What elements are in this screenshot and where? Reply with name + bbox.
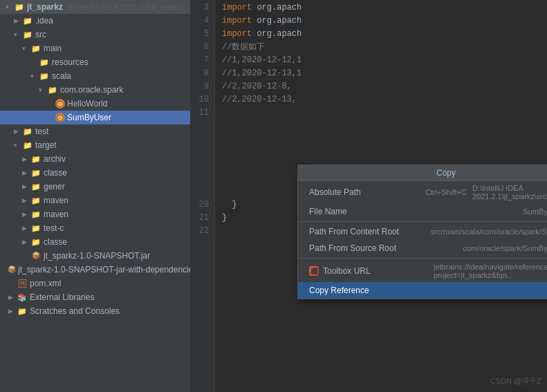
resources-folder-icon: 📁 [39, 57, 50, 68]
tree-maven[interactable]: ▶ 📁 maven [0, 194, 190, 207]
tree-sumbyuser[interactable]: ▶ O SumByUser [0, 111, 190, 124]
maven-arrow: ▶ [22, 197, 30, 204]
content-root-value: src/main/scala/com/oracle/spark/SumByUse… [431, 227, 547, 236]
scala-folder-icon: 📁 [39, 71, 50, 82]
menu-item-content-root[interactable]: Path From Content Root src/main/scala/co… [298, 223, 547, 240]
toolbox-url-value: jetbrains://idea/navigate/reference?proj… [434, 263, 547, 279]
resources-label: resources [52, 57, 89, 67]
line-num-9: 9 [196, 80, 209, 93]
archiv-arrow: ▶ [22, 156, 30, 162]
test-c-folder-icon: 📁 [30, 223, 41, 234]
line-num-22: 22 [196, 225, 209, 238]
tree-archiv[interactable]: ▶ 📁 archiv [0, 152, 190, 166]
code-line-blank3 [222, 146, 540, 159]
tree-jar2[interactable]: ▶ 📦 jt_sparkz-1.0-SNAPSHOT-jar-with-depe… [0, 263, 190, 277]
tree-classe2[interactable]: ▶ 📁 classe [0, 235, 190, 249]
helloworld-label: HelloWorld [67, 99, 107, 109]
archiv-label: archiv [44, 154, 66, 164]
code-line-8: //1,2020-12-13,1 [222, 67, 540, 80]
line-num-blank2 [196, 133, 209, 146]
line-num-8: 8 [196, 67, 209, 80]
root-arrow: ▾ [6, 3, 14, 10]
main-arrow: ▾ [22, 45, 30, 52]
source-root-value: com/oracle/spark/SumByUser.scala [463, 244, 547, 252]
absolute-path-shortcut: Ctrl+Shift+C [425, 188, 467, 196]
ext-libs-arrow: ▶ [8, 294, 17, 301]
code-line-9: //2,2020-12-8, [222, 80, 540, 93]
maven-folder-icon: 📁 [30, 195, 41, 206]
tree-maven2[interactable]: ▶ 📁 maven [0, 207, 190, 221]
tree-scratch[interactable]: ▶ 📁 Scratches and Consoles [0, 304, 190, 318]
tree-main[interactable]: ▾ 📁 main [0, 41, 190, 55]
tree-package[interactable]: ▾ 📁 com.oracle.spark [0, 83, 190, 97]
file-tree: ▾ 📁 jt_sparkz D:\IntelliJ IDEA 2021.2.1\… [0, 0, 190, 392]
src-label: src [35, 30, 46, 39]
test-arrow: ▶ [14, 128, 22, 135]
line-num-10: 10 [196, 93, 209, 106]
pom-label: pom.xml [30, 279, 61, 288]
line-numbers: 3 4 5 6 7 8 9 10 11 20 21 [190, 0, 215, 392]
target-folder-icon: 📁 [22, 140, 33, 151]
test-folder-icon: 📁 [22, 126, 33, 137]
classe-arrow: ▶ [22, 169, 30, 176]
archiv-folder-icon: 📁 [30, 153, 41, 165]
editor-wrapper: 3 4 5 6 7 8 9 10 11 20 21 [190, 0, 547, 392]
copy-reference-label: Copy Reference [309, 286, 420, 295]
maven-label: maven [44, 196, 68, 205]
tree-resources[interactable]: ▶ 📁 resources [0, 55, 190, 69]
context-menu: Copy Absolute Path Ctrl+Shift+C D:\Intel… [297, 165, 547, 299]
idea-folder-icon: 📁 [22, 15, 33, 26]
tree-gener[interactable]: ▶ 📁 gener [0, 180, 190, 194]
content-root-label: Path From Content Root [309, 227, 420, 236]
code-line-7: //1,2020-12-12,1 [222, 54, 540, 67]
package-folder-icon: 📁 [47, 84, 58, 95]
tree-pom[interactable]: ▶ 🄼 pom.xml [0, 277, 190, 290]
tree-src[interactable]: ▾ 📁 src [0, 28, 190, 41]
code-line-blank1 [222, 120, 540, 133]
classe2-label: classe [44, 237, 67, 247]
menu-header: Copy [298, 165, 547, 181]
tree-test[interactable]: ▶ 📁 test [0, 124, 190, 138]
toolbox-url-label: Toolbox URL [323, 266, 434, 276]
menu-item-file-name[interactable]: File Name SumByUser.scala [298, 203, 547, 220]
scala-arrow: ▾ [30, 73, 39, 80]
helloworld-icon: O [55, 99, 65, 109]
tree-test-c[interactable]: ▶ 📁 test-c [0, 221, 190, 235]
target-label: target [35, 140, 57, 150]
toolbox-icon: ⬛ [309, 266, 319, 276]
src-arrow: ▾ [14, 31, 22, 38]
tree-idea[interactable]: ▶ 📁 .idea [0, 14, 190, 28]
main-label: main [44, 44, 62, 53]
watermark-text: CSDN @浮千Z [490, 377, 541, 385]
tree-root[interactable]: ▾ 📁 jt_sparkz D:\IntelliJ IDEA 2021.2.1\… [0, 0, 190, 14]
tree-classe[interactable]: ▶ 📁 classe [0, 166, 190, 180]
menu-item-source-root[interactable]: Path From Source Root com/oracle/spark/S… [298, 240, 547, 256]
line-num-4: 4 [196, 15, 209, 28]
root-label: jt_sparkz [27, 2, 63, 12]
test-label: test [35, 127, 48, 136]
gener-arrow: ▶ [22, 183, 30, 190]
tree-scala[interactable]: ▾ 📁 scala [0, 69, 190, 83]
file-name-label: File Name [309, 207, 420, 216]
tree-target[interactable]: ▾ 📁 target [0, 138, 190, 152]
menu-item-copy-reference[interactable]: Copy Reference [298, 282, 547, 299]
tree-jar1[interactable]: ▶ 📦 jt_sparkz-1.0-SNAPSHOT.jar [0, 249, 190, 263]
jar1-label: jt_sparkz-1.0-SNAPSHOT.jar [44, 251, 150, 261]
menu-item-absolute-path[interactable]: Absolute Path Ctrl+Shift+C D:\IntelliJ I… [298, 181, 547, 203]
test-c-label: test-c [44, 223, 64, 233]
classe2-arrow: ▶ [22, 239, 30, 245]
tree-ext-libs[interactable]: ▶ 📚 External Libraries [0, 290, 190, 304]
line-num-blank [196, 120, 209, 133]
classe-label: classe [44, 168, 67, 178]
idea-label: .idea [35, 16, 53, 26]
code-line-11 [222, 106, 540, 120]
sumbyuser-icon: O [55, 113, 65, 122]
main-container: ▾ 📁 jt_sparkz D:\IntelliJ IDEA 2021.2.1\… [0, 0, 547, 392]
tree-helloworld[interactable]: ▶ O HelloWorld [0, 97, 190, 111]
maven2-folder-icon: 📁 [30, 209, 41, 220]
menu-item-toolbox-url[interactable]: ⬛ Toolbox URL jetbrains://idea/navigate/… [298, 260, 547, 282]
maven2-arrow: ▶ [22, 211, 30, 218]
scratch-folder-icon: 📁 [17, 306, 28, 317]
line-num-5: 5 [196, 28, 209, 41]
sumbyuser-label: SumByUser [67, 113, 111, 122]
